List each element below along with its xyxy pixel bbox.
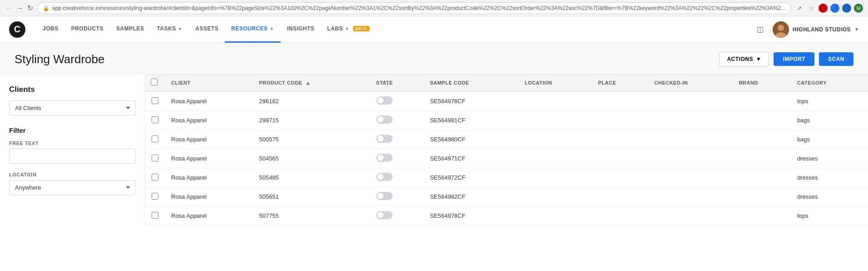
nav-item-labs-label: LABS: [327, 25, 343, 32]
row-location: [518, 206, 592, 226]
sidebar: Clients All Clients Filter FREE TEXT LOC…: [0, 74, 145, 226]
row-client: Rosa Apparel: [165, 187, 253, 206]
row-state[interactable]: [370, 130, 424, 149]
row-location: [518, 111, 592, 130]
state-toggle[interactable]: [376, 192, 393, 200]
row-location: [518, 91, 592, 111]
extension-icon-3[interactable]: [842, 4, 851, 13]
row-place: [592, 111, 648, 130]
table-row: Rosa Apparel 505651 SE564982CF dresses: [145, 187, 868, 206]
row-checkbox-cell[interactable]: [145, 149, 165, 168]
state-toggle[interactable]: [376, 173, 393, 181]
row-sample-code: SE564976CF: [424, 91, 518, 111]
bookmark-icon[interactable]: ☆: [807, 4, 816, 13]
row-state[interactable]: [370, 187, 424, 206]
nav-right: ◫ HIGHLAND STUDIOS ▼: [753, 21, 859, 38]
reload-button[interactable]: ↻: [27, 3, 33, 14]
body-layout: Clients All Clients Filter FREE TEXT LOC…: [0, 74, 868, 226]
filter-title: Filter: [9, 126, 136, 134]
location-select[interactable]: Anywhere: [9, 180, 136, 195]
row-client: Rosa Apparel: [165, 149, 253, 168]
row-brand: [733, 206, 791, 226]
state-toggle[interactable]: [376, 211, 393, 219]
row-checkbox[interactable]: [152, 97, 158, 104]
row-checked-in: [648, 168, 732, 187]
wardrobe-table: CLIENT PRODUCT CODE ▲ STATE SAMPLE CODE …: [145, 74, 868, 226]
app-logo[interactable]: C: [9, 21, 25, 38]
actions-chevron-icon: ▼: [756, 56, 761, 62]
user-icon[interactable]: M: [854, 4, 863, 13]
row-state[interactable]: [370, 206, 424, 226]
row-checkbox-cell[interactable]: [145, 168, 165, 187]
row-checkbox-cell[interactable]: [145, 130, 165, 149]
table-body: Rosa Apparel 296182 SE564976CF tops Rosa…: [145, 91, 868, 226]
th-checked-in-label: CHECKED-IN: [654, 80, 688, 85]
row-checkbox-cell[interactable]: [145, 206, 165, 226]
state-toggle[interactable]: [376, 96, 393, 105]
row-state[interactable]: [370, 111, 424, 130]
row-product-code: 500575: [253, 130, 370, 149]
user-menu-button[interactable]: HIGHLAND STUDIOS ▼: [773, 21, 859, 38]
row-checkbox-cell[interactable]: [145, 91, 165, 111]
th-state: STATE: [370, 74, 424, 91]
close-tab-icon[interactable]: ●: [866, 4, 868, 13]
row-sample-code: SE564971CF: [424, 149, 518, 168]
row-place: [592, 130, 648, 149]
row-category: dresses: [791, 149, 868, 168]
nav-item-assets[interactable]: ASSETS: [189, 16, 225, 43]
row-checkbox[interactable]: [152, 116, 158, 123]
external-link-icon[interactable]: ➚: [795, 4, 804, 13]
forward-button[interactable]: →: [16, 3, 24, 14]
row-checkbox[interactable]: [152, 174, 158, 181]
row-place: [592, 206, 648, 226]
nav-items: JOBS PRODUCTS SAMPLES TASKS ▼ ASSETS RES…: [36, 16, 753, 43]
extension-icon-1[interactable]: [819, 4, 828, 13]
free-text-input[interactable]: [9, 149, 136, 164]
th-product-code[interactable]: PRODUCT CODE ▲: [253, 74, 370, 91]
product-code-sort-icon: ▲: [306, 80, 310, 85]
nav-item-tasks[interactable]: TASKS ▼: [151, 16, 189, 43]
row-state[interactable]: [370, 168, 424, 187]
scan-button[interactable]: SCAN: [819, 52, 853, 66]
select-all-checkbox[interactable]: [151, 79, 158, 85]
actions-button[interactable]: ACTIONS ▼: [719, 52, 769, 66]
state-toggle[interactable]: [376, 154, 393, 162]
row-location: [518, 130, 592, 149]
clients-select[interactable]: All Clients: [9, 100, 136, 115]
row-state[interactable]: [370, 149, 424, 168]
user-menu-chevron-icon: ▼: [854, 27, 859, 32]
import-button[interactable]: IMPORT: [774, 52, 814, 66]
row-brand: [733, 149, 791, 168]
state-toggle[interactable]: [376, 115, 393, 124]
notifications-icon[interactable]: ◫: [753, 22, 767, 37]
url-bar[interactable]: 🔒 app.creativeforce.io/resources/styling…: [37, 2, 791, 14]
th-brand: BRAND: [733, 74, 791, 91]
nav-item-labs[interactable]: LABS ▼ BETA: [321, 16, 376, 43]
row-product-code: 504565: [253, 149, 370, 168]
row-state[interactable]: [370, 91, 424, 111]
row-checkbox[interactable]: [152, 212, 158, 219]
row-location: [518, 187, 592, 206]
row-checkbox[interactable]: [152, 155, 158, 161]
nav-item-samples[interactable]: SAMPLES: [110, 16, 151, 43]
row-client: Rosa Apparel: [165, 91, 253, 111]
nav-item-products[interactable]: PRODUCTS: [65, 16, 110, 43]
th-select-all[interactable]: [145, 74, 165, 91]
nav-item-products-label: PRODUCTS: [71, 25, 104, 32]
th-category-label: CATEGORY: [797, 80, 827, 85]
row-checkbox[interactable]: [152, 136, 158, 142]
nav-item-jobs[interactable]: JOBS: [36, 16, 65, 43]
row-checkbox-cell[interactable]: [145, 187, 165, 206]
th-client[interactable]: CLIENT: [165, 74, 253, 91]
row-sample-code: SE564982CF: [424, 187, 518, 206]
nav-item-insights[interactable]: INSIGHTS: [281, 16, 321, 43]
state-toggle[interactable]: [376, 135, 393, 143]
row-product-code: 505651: [253, 187, 370, 206]
th-location: LOCATION: [518, 74, 592, 91]
row-checkbox-cell[interactable]: [145, 111, 165, 130]
row-checkbox[interactable]: [152, 193, 158, 200]
extension-icon-2[interactable]: [830, 4, 839, 13]
nav-item-resources[interactable]: RESOURCES ▼: [225, 16, 281, 43]
user-name-label: HIGHLAND STUDIOS: [793, 26, 851, 33]
back-button[interactable]: ←: [5, 3, 13, 14]
